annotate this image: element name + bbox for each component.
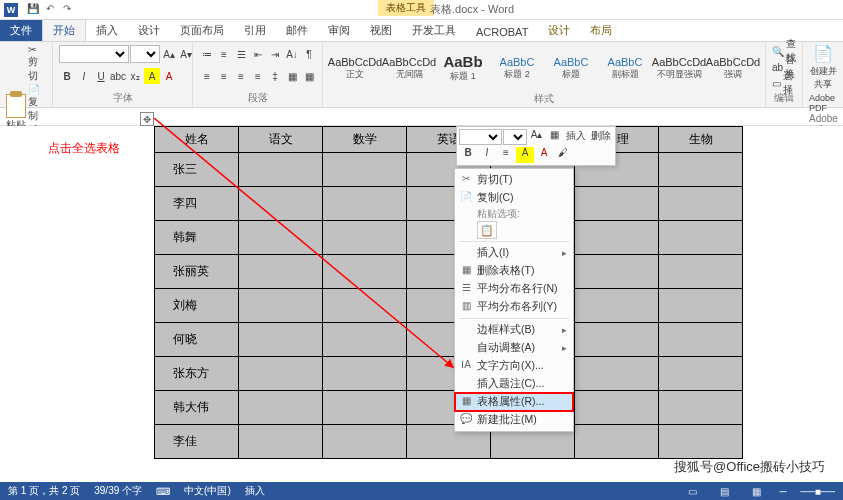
- mini-grow-icon[interactable]: A▴: [528, 129, 545, 145]
- bold-button[interactable]: B: [59, 68, 75, 84]
- show-marks-icon[interactable]: ¶: [301, 46, 317, 62]
- menu-distribute-cols[interactable]: ▥平均分布各列(Y): [455, 298, 573, 316]
- table-row[interactable]: 张丽英: [155, 255, 743, 289]
- style-标题 1[interactable]: AaBb标题 1: [437, 44, 489, 92]
- align-left-icon[interactable]: ≡: [199, 68, 215, 84]
- zoom-slider[interactable]: ──■──: [801, 486, 835, 497]
- align-right-icon[interactable]: ≡: [233, 68, 249, 84]
- table-cell[interactable]: [239, 323, 323, 357]
- style-标题[interactable]: AaBbC标题: [545, 44, 597, 92]
- menu-table-properties[interactable]: ▦表格属性(R)...: [455, 393, 573, 411]
- table-cell[interactable]: 韩舞: [155, 221, 239, 255]
- status-page[interactable]: 第 1 页，共 2 页: [8, 484, 80, 498]
- status-word-count[interactable]: 39/39 个字: [94, 484, 142, 498]
- tab-insert[interactable]: 插入: [86, 20, 128, 41]
- cut-button[interactable]: ✂ 剪切: [28, 44, 46, 83]
- table-row[interactable]: 刘梅: [155, 289, 743, 323]
- table-cell[interactable]: 李四: [155, 187, 239, 221]
- font-color-button[interactable]: A: [161, 68, 177, 84]
- table-row[interactable]: 李佳: [155, 425, 743, 459]
- table-row[interactable]: 李四: [155, 187, 743, 221]
- inc-indent-icon[interactable]: ⇥: [267, 46, 283, 62]
- table-row[interactable]: 韩大伟: [155, 391, 743, 425]
- table-row[interactable]: 张东方: [155, 357, 743, 391]
- table-cell[interactable]: [323, 425, 407, 459]
- style-标题 2[interactable]: AaBbC标题 2: [491, 44, 543, 92]
- strike-button[interactable]: abc: [110, 68, 126, 84]
- view-web-icon[interactable]: ▦: [748, 486, 766, 497]
- tab-review[interactable]: 审阅: [318, 20, 360, 41]
- font-family-select[interactable]: [59, 45, 129, 63]
- table-cell[interactable]: [239, 255, 323, 289]
- copy-button[interactable]: 📄 复制: [28, 84, 46, 123]
- mini-size-select[interactable]: [503, 129, 527, 145]
- shading-icon[interactable]: ▦: [284, 68, 300, 84]
- table-row[interactable]: 张三: [155, 153, 743, 187]
- adobe-pdf-icon[interactable]: 📄: [813, 44, 833, 63]
- table-cell[interactable]: [323, 391, 407, 425]
- table-cell[interactable]: [575, 391, 659, 425]
- table-cell[interactable]: [575, 323, 659, 357]
- table-cell[interactable]: [239, 153, 323, 187]
- table-cell[interactable]: [239, 221, 323, 255]
- table-cell[interactable]: [323, 221, 407, 255]
- tab-file[interactable]: 文件: [0, 20, 42, 41]
- table-cell[interactable]: 韩大伟: [155, 391, 239, 425]
- mini-fontcolor-icon[interactable]: A: [535, 147, 553, 163]
- table-cell[interactable]: [575, 357, 659, 391]
- table-cell[interactable]: [323, 153, 407, 187]
- underline-button[interactable]: U: [93, 68, 109, 84]
- table-cell[interactable]: 李佳: [155, 425, 239, 459]
- mini-align-icon[interactable]: ≡: [497, 147, 515, 163]
- table-cell[interactable]: [239, 391, 323, 425]
- table-cell[interactable]: 张丽英: [155, 255, 239, 289]
- table-cell[interactable]: [659, 153, 743, 187]
- tab-table-layout[interactable]: 布局: [580, 20, 622, 41]
- table-row[interactable]: 何晓: [155, 323, 743, 357]
- justify-icon[interactable]: ≡: [250, 68, 266, 84]
- table-cell[interactable]: [659, 323, 743, 357]
- font-size-select[interactable]: [130, 45, 160, 63]
- menu-insert-caption[interactable]: 插入题注(C)...: [455, 375, 573, 393]
- style-强调[interactable]: AaBbCcDd强调: [707, 44, 759, 92]
- table-cell[interactable]: [323, 323, 407, 357]
- line-spacing-icon[interactable]: ‡: [267, 68, 283, 84]
- menu-distribute-rows[interactable]: ☰平均分布各行(N): [455, 280, 573, 298]
- table-cell[interactable]: 张三: [155, 153, 239, 187]
- table-row[interactable]: 韩舞: [155, 221, 743, 255]
- table-header-cell[interactable]: 数学: [323, 127, 407, 153]
- table-cell[interactable]: [659, 187, 743, 221]
- view-print-icon[interactable]: ▤: [716, 486, 734, 497]
- style-正文[interactable]: AaBbCcDd正文: [329, 44, 381, 92]
- table-cell[interactable]: [323, 357, 407, 391]
- menu-new-comment[interactable]: 💬新建批注(M): [455, 411, 573, 429]
- tab-design[interactable]: 设计: [128, 20, 170, 41]
- table-header-cell[interactable]: 生物: [659, 127, 743, 153]
- mini-highlight-icon[interactable]: A: [516, 147, 534, 163]
- table-cell[interactable]: [323, 289, 407, 323]
- ruler[interactable]: [0, 108, 843, 126]
- table-cell[interactable]: [659, 221, 743, 255]
- zoom-out-button[interactable]: ─: [780, 486, 787, 497]
- table-cell[interactable]: [575, 425, 659, 459]
- menu-delete-table[interactable]: ▦删除表格(T): [455, 262, 573, 280]
- menu-text-direction[interactable]: ⅠA文字方向(X)...: [455, 357, 573, 375]
- select-button[interactable]: ▭ 选择: [772, 76, 796, 90]
- mini-italic-icon[interactable]: I: [478, 147, 496, 163]
- menu-cut[interactable]: ✂剪切(T): [455, 171, 573, 189]
- table-cell[interactable]: [323, 255, 407, 289]
- style-无间隔[interactable]: AaBbCcDd无间隔: [383, 44, 435, 92]
- highlight-button[interactable]: A: [144, 68, 160, 84]
- table-select-handle[interactable]: ✥: [140, 112, 154, 126]
- multilevel-icon[interactable]: ☰: [233, 46, 249, 62]
- table-cell[interactable]: [659, 357, 743, 391]
- align-center-icon[interactable]: ≡: [216, 68, 232, 84]
- save-icon[interactable]: 💾: [26, 3, 40, 17]
- document-table[interactable]: 姓名语文数学英语化学物理生物 张三李四韩舞张丽英刘梅何晓张东方韩大伟李佳: [154, 126, 743, 459]
- tab-developer[interactable]: 开发工具: [402, 20, 466, 41]
- tab-mail[interactable]: 邮件: [276, 20, 318, 41]
- mini-delete-button[interactable]: 删除: [589, 129, 613, 145]
- menu-insert[interactable]: 插入(I): [455, 244, 573, 262]
- tab-references[interactable]: 引用: [234, 20, 276, 41]
- tab-table-design[interactable]: 设计: [538, 20, 580, 41]
